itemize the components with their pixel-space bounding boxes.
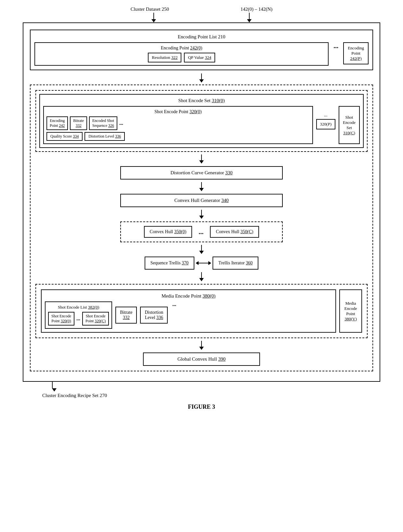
optimizer-dashed-box: Shot Encode Set 310(0) Shot Encode Point… — [30, 85, 373, 371]
dots-media: ... — [171, 301, 177, 307]
dots-1: ... — [333, 42, 338, 50]
convex-hulls-dashed: Convex Hull 350(0) ... Convex Hull 350(C… — [120, 221, 283, 242]
media-distortion-box: DistortionLevel 336 — [140, 307, 168, 324]
inputs-range-label: 142(0) – 142(N) — [240, 7, 272, 12]
shot-encode-list-title: Shot Encode List 382(0) — [48, 305, 109, 310]
qp-value-box: QP Value 324 — [184, 53, 215, 62]
encoding-point-0-box: Encoding Point 242(0) Resolution 322 QP … — [34, 42, 329, 66]
arrow-after-ep-list — [30, 73, 373, 83]
arrow-after-trellis — [35, 272, 368, 281]
figure-caption: FIGURE 3 — [23, 404, 380, 410]
dots-320p: ... 320(P) — [316, 106, 335, 129]
media-bitrate-box: Bitrate332 — [115, 307, 137, 324]
trellis-row: Sequence Trellis 370 Trellis Iterator 36… — [104, 257, 299, 270]
cluster-encoding-label: Cluster Encoding Recipe Set 270 — [42, 393, 107, 398]
shot-encode-point-0-box: Shot Encode Point 320(0) EncodingPoint 2… — [43, 106, 313, 144]
shot-encode-set-c-box: ShotEncodeSet310(C) — [339, 106, 360, 144]
distortion-curve-gen-box: Distortion Curve Generator 330 — [120, 166, 283, 180]
sep-p-box: 320(P) — [316, 119, 335, 129]
arrow-after-ch — [35, 245, 368, 254]
media-encode-point-0-box: Media Encode Point 380(0) Shot Encode Li… — [41, 289, 336, 333]
sel-sepc-box: Shot EncodePoint 320(C) — [82, 312, 109, 326]
media-encode-dashed: Media Encode Point 380(0) Shot Encode Li… — [35, 284, 368, 338]
cluster-dataset-label: Cluster Dataset 250 — [131, 7, 169, 12]
arrow-after-ses — [35, 154, 368, 164]
dots-ch: ... — [199, 228, 203, 236]
convex-hull-0-box: Convex Hull 350(0) — [144, 226, 192, 238]
encoded-shot-seq-box: Encoded ShotSequence 326 — [89, 116, 117, 130]
distortion-level-box: Distortion Level 336 — [84, 132, 125, 141]
encoding-point-p-box: EncodingPoint242(P) — [343, 42, 369, 64]
resolution-box: Resolution 322 — [148, 53, 181, 62]
sep-0-title: Shot Encode Point 320(0) — [46, 109, 310, 114]
arrow-after-chg — [35, 210, 368, 219]
encoding-point-list-title: Encoding Point List Encoding Point List … — [34, 34, 369, 40]
global-convex-hull-box: Global Convex Hull 390 — [143, 352, 260, 366]
shot-encode-set-dashed: Shot Encode Set 310(0) Shot Encode Point… — [35, 90, 368, 152]
arrow-after-mep — [35, 341, 368, 350]
main-outer-box: Encoding Point List Encoding Point List … — [23, 22, 380, 382]
convex-hull-gen-box: Convex Hull Generator 340 — [120, 194, 283, 207]
bitrate-332-box: Bitrate332 — [70, 116, 87, 130]
dots-sel: ... — [76, 316, 80, 322]
quality-score-box: Quality Score 334 — [46, 132, 83, 141]
arrow-after-dcg — [35, 182, 368, 191]
sel-sep0-box: Shot EncodePoint 320(0) — [48, 312, 74, 326]
arrow-cluster-down — [151, 13, 156, 22]
arrow-after-main — [42, 382, 107, 392]
convex-hull-c-box: Convex Hull 350(C) — [210, 226, 259, 238]
media-encode-point-v-box: MediaEncodePoint380(V) — [339, 289, 362, 333]
shot-encode-list-box: Shot Encode List 382(0) Shot EncodePoint… — [45, 301, 112, 329]
arrow-inputs-down — [247, 13, 252, 22]
sequence-trellis-box: Sequence Trellis 370 — [145, 257, 194, 270]
encoding-point-242-box: EncodingPoint 242 — [46, 116, 68, 130]
trellis-iterator-box: Trellis Iterator 360 — [213, 257, 258, 270]
encoding-point-list-box: Encoding Point List Encoding Point List … — [30, 30, 373, 70]
shot-encode-set-title: Shot Encode Set 310(0) — [43, 98, 360, 103]
encoding-point-0-title: Encoding Point 242(0) — [39, 46, 324, 51]
shot-encode-set-solid: Shot Encode Set 310(0) Shot Encode Point… — [39, 94, 364, 148]
bidirectional-arrow — [196, 261, 211, 265]
media-encode-title: Media Encode Point 380(0) — [45, 293, 332, 299]
dots-sep-row1: ... — [119, 116, 123, 130]
